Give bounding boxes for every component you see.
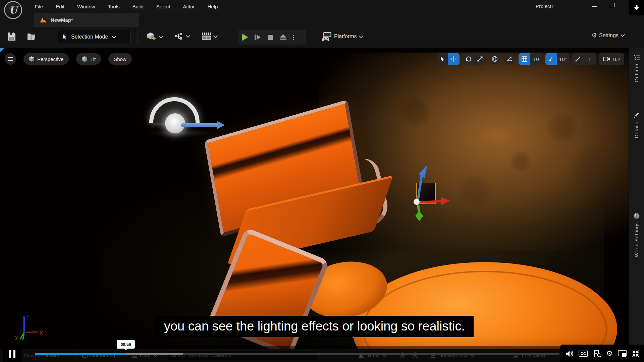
pointer-icon xyxy=(440,56,445,62)
scale-snap-toggle[interactable] xyxy=(572,53,584,65)
rotation-snap-toggle[interactable] xyxy=(545,53,557,65)
volume-icon[interactable] xyxy=(566,350,574,357)
settings-dropdown[interactable]: ⚙ Settings xyxy=(591,32,624,39)
stop-button[interactable] xyxy=(264,35,277,40)
viewport-options-button[interactable] xyxy=(5,53,16,65)
menu-build[interactable]: Build xyxy=(132,4,143,9)
hamburger-icon xyxy=(8,57,13,61)
player-controls-group: CC ⚙ xyxy=(560,345,644,362)
level-icon xyxy=(40,17,47,23)
miniplayer-icon[interactable] xyxy=(618,350,627,357)
chevron-down-icon xyxy=(359,34,363,38)
chevron-down-icon xyxy=(112,34,116,39)
menu-select[interactable]: Select xyxy=(156,4,170,9)
exit-fullscreen-icon[interactable] xyxy=(632,350,640,358)
skip-frame-icon xyxy=(254,34,261,41)
move-icon xyxy=(451,56,457,62)
subtitle-caption: you can see the lighting effects or look… xyxy=(155,316,474,337)
angle-icon xyxy=(548,57,554,62)
toolbar-separator xyxy=(138,31,138,44)
gear-icon: ⚙ xyxy=(591,32,597,39)
stop-icon xyxy=(268,35,273,40)
tab-world-settings[interactable]: World Settings xyxy=(629,213,644,257)
menu-actor[interactable]: Actor xyxy=(183,4,195,9)
surface-snapping-button[interactable] xyxy=(504,53,515,65)
right-panel-rail: Outliner Details World Settings xyxy=(629,48,644,362)
main-toolbar: Selection Mode xyxy=(0,27,644,48)
platforms-icon xyxy=(321,32,332,42)
perspective-cube-icon xyxy=(29,56,35,62)
move-tool-button[interactable] xyxy=(448,53,460,65)
menu-help[interactable]: Help xyxy=(208,4,218,9)
tab-newmap[interactable]: NewMap* xyxy=(34,13,139,27)
tab-outliner[interactable]: Outliner xyxy=(629,54,644,82)
chevron-down-icon xyxy=(621,33,625,37)
folder-search-icon xyxy=(27,32,37,41)
lit-sphere-icon xyxy=(82,56,88,62)
platforms-label: Platforms xyxy=(334,34,357,40)
menu-window[interactable]: Window xyxy=(77,4,95,9)
cube-plus-icon xyxy=(147,32,157,42)
camera-icon xyxy=(603,57,610,61)
select-tool-button[interactable] xyxy=(437,53,448,65)
save-button[interactable] xyxy=(7,32,16,41)
video-progress-bar[interactable] xyxy=(35,353,559,355)
selection-mode-dropdown[interactable]: Selection Mode xyxy=(58,30,131,44)
viewport-3d[interactable]: z X y Perspective xyxy=(0,48,629,362)
menu-bar: File Edit Window Tools Build Select Acto… xyxy=(35,0,218,13)
caption-row: you can see the lighting effects or look… xyxy=(0,316,629,337)
tab-label: NewMap* xyxy=(51,17,73,23)
viewport-focus-indicator xyxy=(0,48,5,53)
cursor-icon xyxy=(62,34,67,40)
captions-button[interactable]: CC xyxy=(579,351,588,357)
settings-label: Settings xyxy=(599,33,619,39)
rotate-tool-button[interactable] xyxy=(463,53,474,65)
scale-tool-button[interactable] xyxy=(474,53,486,65)
menu-edit[interactable]: Edit xyxy=(56,4,64,9)
transcript-search-icon[interactable] xyxy=(593,350,601,358)
cinematics-button[interactable] xyxy=(201,32,217,41)
minimize-button[interactable] xyxy=(592,6,597,7)
camera-speed-button[interactable]: 0.2 xyxy=(599,53,624,65)
play-options-button[interactable] xyxy=(289,33,298,42)
eject-button[interactable] xyxy=(277,34,289,41)
perspective-dropdown[interactable]: Perspective xyxy=(23,53,69,65)
platforms-dropdown[interactable]: Platforms xyxy=(321,32,363,42)
play-icon xyxy=(241,33,249,41)
scale-snap-icon xyxy=(575,56,581,62)
world-space-toggle[interactable] xyxy=(489,53,500,65)
add-actor-button[interactable] xyxy=(147,32,162,42)
light-direction-arrowhead xyxy=(217,121,225,129)
restore-button[interactable] xyxy=(610,4,614,8)
menu-file[interactable]: File xyxy=(35,4,43,9)
scale-snap-value[interactable]: 1 xyxy=(584,53,596,65)
tab-details[interactable]: Details xyxy=(629,112,644,138)
unreal-editor-window: File Edit Window Tools Build Select Acto… xyxy=(0,0,644,362)
download-overlay-button[interactable] xyxy=(629,0,644,15)
grid-icon xyxy=(522,56,527,62)
scale-icon xyxy=(477,56,483,62)
globe-icon xyxy=(492,56,498,62)
menu-tools[interactable]: Tools xyxy=(108,4,119,9)
toolbar-separator xyxy=(51,31,51,44)
video-player-bar: 00:56 CC ⚙ xyxy=(0,346,644,362)
move-gizmo[interactable] xyxy=(402,162,463,222)
grid-snap-toggle[interactable] xyxy=(519,53,530,65)
light-direction-arrow[interactable] xyxy=(181,123,218,127)
asset-tab-bar: NewMap* xyxy=(0,13,644,27)
frame-skip-button[interactable] xyxy=(251,34,264,41)
play-button[interactable] xyxy=(238,33,251,41)
download-arrow-icon xyxy=(634,4,640,11)
world-settings-label: World Settings xyxy=(634,222,639,257)
surface-snap-icon xyxy=(506,56,513,62)
grid-snap-value[interactable]: 10 xyxy=(530,53,542,65)
rotation-snap-value[interactable]: 10° xyxy=(557,53,569,65)
lit-mode-dropdown[interactable]: Lit xyxy=(76,53,101,65)
outliner-icon xyxy=(633,54,640,60)
player-settings-button[interactable]: ⚙ xyxy=(606,350,613,357)
pause-button[interactable] xyxy=(3,345,21,362)
browse-content-button[interactable] xyxy=(27,32,37,41)
viewport-toolbar-left: Perspective Lit Show xyxy=(5,53,132,65)
blueprints-button[interactable] xyxy=(174,32,190,41)
show-dropdown[interactable]: Show xyxy=(108,53,132,65)
